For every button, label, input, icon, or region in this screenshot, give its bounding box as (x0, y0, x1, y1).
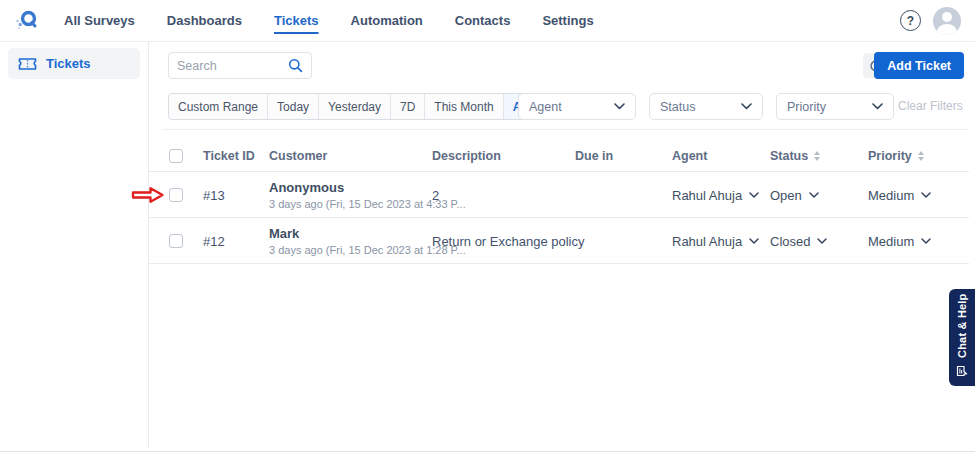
chevron-down-icon (809, 192, 819, 198)
row-checkbox[interactable] (169, 188, 183, 202)
column-header-agent: Agent (672, 140, 707, 172)
status-cell-dropdown[interactable]: Closed (770, 234, 827, 249)
column-header-status[interactable]: Status (770, 140, 820, 172)
ticket-description: Return or Exchange policy (432, 218, 584, 264)
priority-filter-label: Priority (787, 100, 826, 114)
add-ticket-button[interactable]: Add Ticket (874, 52, 964, 79)
search-icon[interactable] (288, 58, 303, 73)
range-yesterday[interactable]: Yesterday (319, 94, 391, 119)
clear-filters-button[interactable]: Clear Filters (898, 99, 963, 113)
nav-item-settings[interactable]: Settings (542, 13, 593, 28)
range-7d[interactable]: 7D (391, 94, 425, 119)
chevron-down-icon (741, 103, 752, 110)
primary-nav: All Surveys Dashboards Tickets Automatio… (64, 13, 594, 28)
ticket-description: 2 (432, 172, 439, 218)
select-all-checkbox[interactable] (169, 149, 183, 163)
column-header-description: Description (432, 140, 501, 172)
chat-icon (956, 365, 968, 377)
column-header-due-in: Due in (575, 140, 613, 172)
priority-cell-dropdown[interactable]: Medium (868, 234, 931, 249)
agent-filter-dropdown[interactable]: Agent (518, 93, 636, 120)
priority-filter-dropdown[interactable]: Priority (776, 93, 894, 120)
agent-cell-dropdown[interactable]: Rahul Ahuja (672, 234, 759, 249)
nav-item-automation[interactable]: Automation (351, 13, 423, 28)
range-today[interactable]: Today (268, 94, 319, 119)
agent-filter-label: Agent (529, 100, 562, 114)
sidebar: Tickets (0, 42, 149, 448)
annotation-arrow-icon (131, 185, 165, 209)
chat-help-label: Chat & Help (956, 293, 968, 358)
range-this-month[interactable]: This Month (425, 94, 503, 119)
help-icon[interactable]: ? (900, 10, 921, 31)
table-row-ticket-13[interactable]: #13 Anonymous 3 days ago (Fri, 15 Dec 20… (149, 172, 969, 218)
divider (163, 129, 969, 130)
chevron-down-icon (749, 192, 759, 198)
chevron-down-icon (921, 192, 931, 198)
column-header-priority[interactable]: Priority (868, 140, 924, 172)
column-header-ticket-id: Ticket ID (203, 140, 255, 172)
chevron-down-icon (872, 103, 883, 110)
app-window: All Surveys Dashboards Tickets Automatio… (0, 0, 975, 452)
topnav-right-cluster: ? (900, 7, 961, 35)
status-cell-dropdown[interactable]: Open (770, 188, 819, 203)
sidebar-item-label: Tickets (46, 56, 91, 71)
brand-logo-icon[interactable] (14, 8, 40, 34)
agent-cell-dropdown[interactable]: Rahul Ahuja (672, 188, 759, 203)
status-filter-label: Status (660, 100, 695, 114)
ticket-id: #12 (203, 218, 225, 264)
status-filter-dropdown[interactable]: Status (649, 93, 763, 120)
priority-cell-dropdown[interactable]: Medium (868, 188, 931, 203)
chevron-down-icon (614, 103, 625, 110)
user-avatar[interactable] (933, 7, 961, 35)
range-custom-range[interactable]: Custom Range (169, 94, 268, 119)
nav-item-all-surveys[interactable]: All Surveys (64, 13, 135, 28)
main-content: Add Ticket Custom Range Today Yesterday … (149, 42, 975, 453)
sidebar-item-tickets[interactable]: Tickets (8, 48, 140, 79)
top-navigation-bar: All Surveys Dashboards Tickets Automatio… (0, 0, 975, 42)
search-box (168, 52, 312, 79)
ticket-icon (18, 57, 37, 71)
search-input[interactable] (177, 59, 288, 73)
nav-item-dashboards[interactable]: Dashboards (167, 13, 242, 28)
row-checkbox[interactable] (169, 234, 183, 248)
chevron-down-icon (817, 238, 827, 244)
sort-icon[interactable] (918, 151, 924, 161)
nav-item-contacts[interactable]: Contacts (455, 13, 511, 28)
sort-icon[interactable] (814, 151, 820, 161)
nav-item-tickets[interactable]: Tickets (274, 13, 319, 28)
filter-dropdowns: Agent Status Priority (518, 93, 894, 120)
column-header-customer: Customer (269, 140, 327, 172)
table-header: Ticket ID Customer Description Due in Ag… (149, 140, 969, 172)
date-range-filter: Custom Range Today Yesterday 7D This Mon… (168, 93, 569, 120)
table-row-ticket-12[interactable]: #12 Mark 3 days ago (Fri, 15 Dec 2023 at… (149, 218, 969, 264)
chevron-down-icon (921, 238, 931, 244)
ticket-id: #13 (203, 172, 225, 218)
chat-help-tab[interactable]: Chat & Help (949, 289, 975, 386)
chevron-down-icon (749, 238, 759, 244)
